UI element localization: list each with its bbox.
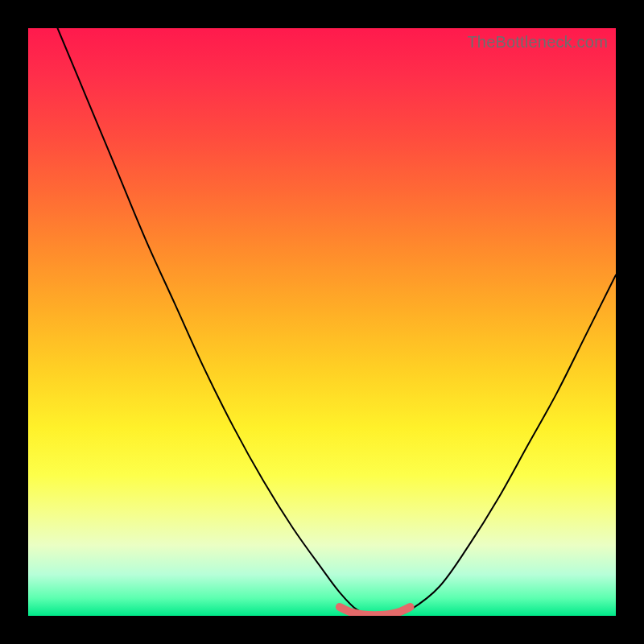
plot-area: TheBottleneck.com <box>28 28 616 616</box>
bottleneck-curve <box>58 28 617 616</box>
optimal-range-marker <box>340 607 411 615</box>
chart-frame: TheBottleneck.com <box>0 0 644 644</box>
curve-layer <box>28 28 616 616</box>
